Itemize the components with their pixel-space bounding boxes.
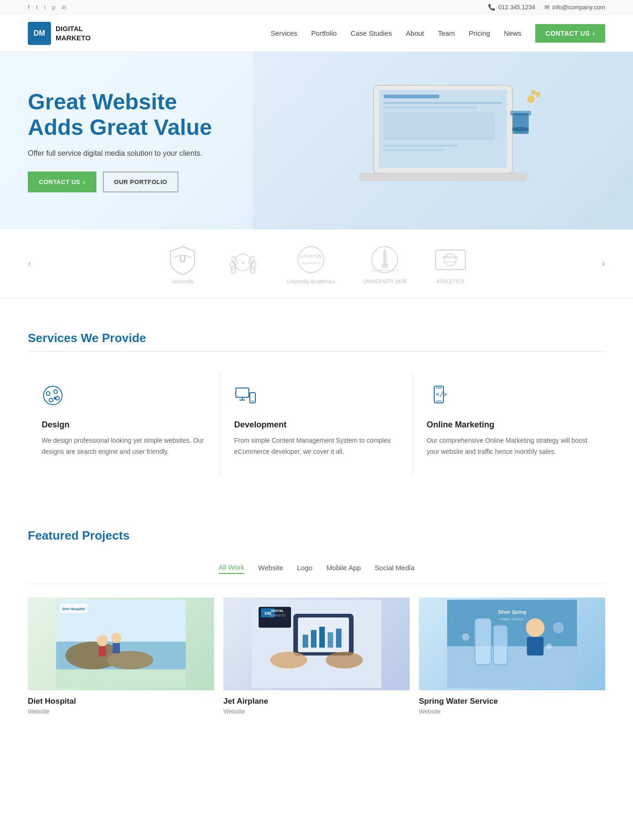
svg-rect-72 bbox=[319, 627, 325, 648]
project-type-3: Website bbox=[419, 708, 605, 715]
project-thumb-svg-2: DM DIGITAL MARKETO bbox=[252, 600, 381, 688]
carousel-prev-button[interactable]: ‹ bbox=[28, 258, 31, 270]
instagram-icon[interactable]: i bbox=[44, 4, 45, 11]
nav-about[interactable]: About bbox=[406, 29, 424, 37]
filter-social-media[interactable]: Social Media bbox=[375, 561, 415, 574]
hero-image bbox=[253, 52, 633, 229]
filter-mobile-app[interactable]: Mobile App bbox=[326, 561, 361, 574]
svg-rect-7 bbox=[384, 149, 444, 151]
carousel-next-button[interactable]: › bbox=[602, 258, 605, 270]
hero-subtitle: Offer full service digital media solutio… bbox=[28, 149, 212, 158]
logos-carousel: ‹ U University bbox=[0, 229, 633, 299]
partner-logo-5: AthLETICS ★★★★ ATHLETICS bbox=[434, 243, 467, 284]
project-card-2[interactable]: DM DIGITAL MARKETO bbox=[223, 598, 410, 715]
svg-rect-10 bbox=[510, 111, 531, 115]
hero-contact-button[interactable]: CONTACT US › bbox=[28, 172, 96, 192]
svg-rect-5 bbox=[384, 112, 495, 140]
partner-logo-icon-5: AthLETICS ★★★★ bbox=[434, 243, 467, 276]
hero-section: Great Website Adds Great Value Offer ful… bbox=[0, 52, 633, 229]
service-desc-development: From simple Content Management System to… bbox=[234, 435, 398, 458]
service-card-marketing: </> Online Marketing Our comprehensive O… bbox=[413, 370, 605, 477]
partner-logo-1: U University bbox=[166, 243, 199, 284]
svg-text:University: University bbox=[300, 253, 323, 259]
projects-filter: All Work Website Logo Mobile App Social … bbox=[28, 561, 605, 584]
partner-logo-icon-3: University Academics bbox=[295, 243, 327, 276]
logo-icon: DM bbox=[28, 22, 51, 45]
filter-all-work[interactable]: All Work bbox=[219, 561, 245, 574]
svg-point-38 bbox=[54, 390, 57, 394]
service-name-design: Design bbox=[42, 420, 206, 430]
services-header: Services We Provide bbox=[28, 331, 605, 352]
hero-portfolio-button[interactable]: OUR PORTFOLIO bbox=[103, 172, 178, 192]
project-thumb-3: Silver Spring Water Service bbox=[419, 598, 605, 690]
hero-buttons: CONTACT US › OUR PORTFOLIO bbox=[28, 172, 212, 192]
svg-point-41 bbox=[54, 397, 57, 400]
svg-rect-82 bbox=[527, 637, 544, 655]
svg-text:UNIVERSITY 1876: UNIVERSITY 1876 bbox=[371, 269, 399, 272]
nav-pricing[interactable]: Pricing bbox=[469, 29, 490, 37]
svg-rect-28 bbox=[383, 252, 386, 263]
pinterest-icon[interactable]: p bbox=[52, 4, 55, 11]
facebook-icon[interactable]: f bbox=[28, 4, 30, 11]
partner-logo-label-4: UNIVERSITY 1876 bbox=[363, 279, 406, 284]
nav-services[interactable]: Services bbox=[271, 29, 298, 37]
svg-point-76 bbox=[326, 652, 363, 668]
project-thumb-2: DM DIGITAL MARKETO bbox=[223, 598, 410, 690]
svg-point-14 bbox=[531, 90, 536, 95]
project-type-2: Website bbox=[223, 708, 410, 715]
projects-section: Featured Projects All Work Website Logo … bbox=[0, 501, 633, 738]
svg-rect-71 bbox=[311, 630, 316, 648]
nav-contact-button[interactable]: CONTACT US › bbox=[535, 24, 605, 43]
svg-point-37 bbox=[46, 392, 50, 395]
svg-rect-8 bbox=[360, 173, 526, 181]
filter-website[interactable]: Website bbox=[258, 561, 283, 574]
service-card-development: Development From simple Content Manageme… bbox=[220, 370, 412, 477]
project-card-3[interactable]: Silver Spring Water Service Spring Water… bbox=[419, 598, 605, 715]
project-title-1: Diet Hospital bbox=[28, 697, 214, 706]
project-title-3: Spring Water Service bbox=[419, 697, 605, 706]
navbar: DM DIGITAL MARKETO Services Portfolio Ca… bbox=[0, 15, 633, 52]
projects-grid: Diet Hospital Diet Hospital Website DM D… bbox=[28, 598, 605, 715]
hero-content: Great Website Adds Great Value Offer ful… bbox=[28, 89, 212, 192]
svg-text:Water Service: Water Service bbox=[500, 617, 524, 621]
service-name-development: Development bbox=[234, 420, 398, 430]
svg-rect-74 bbox=[336, 629, 342, 648]
project-thumb-svg-1: Diet Hospital bbox=[56, 600, 186, 688]
phone-icon: 📞 bbox=[488, 4, 495, 11]
service-card-design: Design We design professional looking ye… bbox=[28, 370, 220, 477]
filter-logo[interactable]: Logo bbox=[297, 561, 312, 574]
phone-info: 📞 012.345.1234 bbox=[488, 4, 535, 11]
nav-case-studies[interactable]: Case Studies bbox=[351, 29, 392, 37]
partner-logo-icon-1: U bbox=[166, 243, 199, 276]
svg-point-75 bbox=[270, 652, 307, 668]
project-title-2: Jet Airplane bbox=[223, 697, 410, 706]
partner-logo-label-5: ATHLETICS bbox=[437, 279, 464, 284]
svg-text:AthLETICS: AthLETICS bbox=[442, 255, 458, 259]
logo[interactable]: DM DIGITAL MARKETO bbox=[28, 22, 91, 45]
svg-rect-80 bbox=[494, 625, 507, 665]
services-divider bbox=[28, 351, 605, 352]
twitter-icon[interactable]: t bbox=[36, 4, 38, 11]
svg-text:Academics: Academics bbox=[302, 261, 320, 265]
logo-line2: MARKETO bbox=[56, 33, 91, 43]
svg-rect-57 bbox=[99, 646, 106, 656]
projects-title: Featured Projects bbox=[28, 528, 605, 543]
phone-number: 012.345.1234 bbox=[498, 4, 535, 11]
nav-team[interactable]: Team bbox=[438, 29, 455, 37]
svg-point-85 bbox=[546, 643, 552, 649]
svg-rect-79 bbox=[475, 618, 491, 665]
project-card-1[interactable]: Diet Hospital Diet Hospital Website bbox=[28, 598, 214, 715]
partner-logo-2: ★ bbox=[227, 246, 259, 281]
social-links: f t i p in bbox=[28, 4, 67, 11]
svg-text:MARKETO: MARKETO bbox=[270, 614, 286, 617]
svg-point-84 bbox=[553, 622, 564, 633]
nav-portfolio[interactable]: Portfolio bbox=[311, 29, 337, 37]
design-icon bbox=[42, 384, 206, 411]
linkedin-icon[interactable]: in bbox=[62, 4, 66, 11]
svg-point-12 bbox=[527, 95, 535, 103]
arrow-right-icon: › bbox=[83, 178, 85, 185]
project-thumb-1: Diet Hospital bbox=[28, 598, 214, 690]
svg-point-83 bbox=[462, 633, 469, 641]
nav-news[interactable]: News bbox=[504, 29, 522, 37]
svg-point-22 bbox=[250, 266, 255, 274]
